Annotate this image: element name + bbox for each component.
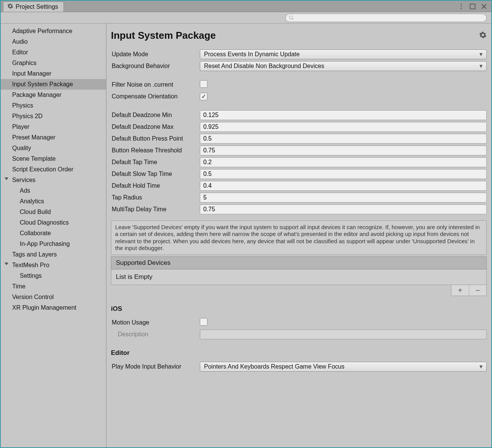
update-mode-label: Update Mode: [111, 51, 200, 58]
tap-radius-input[interactable]: [200, 193, 487, 203]
sidebar-item-ads[interactable]: Ads: [1, 185, 106, 196]
sidebar-item-label: Preset Manager: [12, 134, 55, 141]
minus-icon: −: [476, 286, 480, 295]
sidebar-item-label: Audio: [12, 38, 28, 45]
select-value: Pointers And Keyboards Respect Game View…: [204, 363, 345, 370]
sidebar-item-player[interactable]: Player: [1, 122, 106, 132]
deadzone-min-label: Default Deadzone Min: [111, 112, 200, 119]
sidebar-item-label: Cloud Diagnostics: [20, 219, 69, 226]
deadzone-min-input[interactable]: [200, 110, 487, 120]
deadzone-max-input[interactable]: [200, 122, 487, 132]
sidebar-item-textmesh-pro[interactable]: TextMesh Pro: [1, 260, 106, 271]
sidebar-item-scene-template[interactable]: Scene Template: [1, 154, 106, 164]
sidebar-item-cloud-diagnostics[interactable]: Cloud Diagnostics: [1, 217, 106, 228]
sidebar-item-label: Settings: [20, 272, 42, 279]
sidebar-item-label: Version Control: [12, 294, 54, 300]
sidebar-item-label: Player: [12, 123, 29, 130]
sidebar-item-package-manager[interactable]: Package Manager: [1, 90, 106, 100]
close-icon[interactable]: [481, 3, 487, 10]
supported-devices-body: List is Empty: [111, 269, 487, 285]
sidebar-item-label: Analytics: [20, 198, 44, 204]
svg-line-5: [292, 18, 294, 20]
search-field[interactable]: [285, 14, 487, 22]
sidebar-item-physics-2d[interactable]: Physics 2D: [1, 111, 106, 122]
sidebar-item-script-execution-order[interactable]: Script Execution Order: [1, 164, 106, 175]
sidebar-item-version-control[interactable]: Version Control: [1, 292, 106, 302]
button-release-threshold-label: Button Release Threshold: [111, 147, 200, 154]
supported-devices-list: Supported Devices List is Empty + −: [111, 256, 487, 296]
sidebar-item-input-manager[interactable]: Input Manager: [1, 68, 106, 79]
sidebar-item-label: Graphics: [12, 60, 36, 66]
sidebar-item-preset-manager[interactable]: Preset Manager: [1, 132, 106, 143]
play-mode-input-behavior-select[interactable]: Pointers And Keyboards Respect Game View…: [200, 362, 487, 372]
svg-rect-3: [470, 4, 475, 9]
motion-usage-checkbox[interactable]: [200, 318, 207, 326]
multitap-delay-label: MultiTap Delay Time: [111, 206, 200, 213]
sidebar-item-label: Input System Package: [12, 81, 73, 87]
sidebar-item-label: Tags and Layers: [12, 251, 57, 258]
motion-description-input[interactable]: [200, 329, 487, 339]
hold-time-input[interactable]: [200, 181, 487, 191]
svg-point-4: [290, 16, 293, 19]
button-release-threshold-input[interactable]: [200, 146, 487, 155]
sidebar-item-label: In-App Purchasing: [20, 241, 70, 247]
titlebar: Project Settings: [1, 1, 491, 12]
sidebar-item-in-app-purchasing[interactable]: In-App Purchasing: [1, 239, 106, 249]
sidebar-item-adaptive-performance[interactable]: Adaptive Performance: [1, 26, 106, 36]
kebab-icon[interactable]: [458, 3, 465, 10]
sidebar-item-settings[interactable]: Settings: [1, 271, 106, 281]
sidebar-item-tags-and-layers[interactable]: Tags and Layers: [1, 249, 106, 260]
list-add-button[interactable]: +: [451, 285, 469, 296]
sidebar-item-time[interactable]: Time: [1, 281, 106, 292]
sidebar-item-label: Collaborate: [20, 230, 51, 236]
sidebar-item-physics[interactable]: Physics: [1, 100, 106, 111]
sidebar-item-label: Physics 2D: [12, 113, 43, 119]
compensate-orientation-checkbox[interactable]: [200, 93, 207, 100]
sidebar-item-services[interactable]: Services: [1, 175, 106, 185]
sidebar-item-label: Adaptive Performance: [12, 28, 72, 34]
select-value: Process Events In Dynamic Update: [204, 51, 300, 58]
sidebar-item-editor[interactable]: Editor: [1, 47, 106, 58]
deadzone-max-label: Default Deadzone Max: [111, 123, 200, 130]
tap-radius-label: Tap Radius: [111, 194, 200, 201]
slow-tap-time-input[interactable]: [200, 169, 487, 179]
update-mode-select[interactable]: Process Events In Dynamic Update ▾: [200, 49, 487, 59]
slow-tap-time-label: Default Slow Tap Time: [111, 171, 200, 177]
search-input[interactable]: [294, 15, 483, 21]
supported-devices-info: Leave 'Supported Devices' empty if you w…: [111, 220, 487, 255]
play-mode-input-behavior-label: Play Mode Input Behavior: [111, 363, 200, 370]
chevron-down-icon: [5, 177, 8, 180]
settings-category-sidebar[interactable]: Adaptive PerformanceAudioEditorGraphicsI…: [1, 24, 106, 447]
sidebar-item-collaborate[interactable]: Collaborate: [1, 228, 106, 239]
sidebar-item-cloud-build[interactable]: Cloud Build: [1, 207, 106, 217]
background-behavior-select[interactable]: Reset And Disable Non Background Devices…: [200, 61, 487, 71]
svg-point-0: [460, 3, 462, 5]
tap-time-input[interactable]: [200, 157, 487, 167]
sidebar-item-audio[interactable]: Audio: [1, 36, 106, 47]
sidebar-item-graphics[interactable]: Graphics: [1, 58, 106, 68]
sidebar-item-analytics[interactable]: Analytics: [1, 196, 106, 207]
button-press-point-input[interactable]: [200, 134, 487, 144]
ios-section-title: iOS: [111, 305, 487, 313]
sidebar-item-quality[interactable]: Quality: [1, 143, 106, 154]
searchbar: [1, 12, 491, 24]
select-value: Reset And Disable Non Background Devices: [204, 63, 324, 70]
filter-noise-label: Filter Noise on .current: [111, 81, 200, 88]
gear-icon: [7, 3, 13, 11]
list-remove-button[interactable]: −: [469, 285, 486, 296]
chevron-down-icon: ▾: [479, 51, 483, 58]
sidebar-item-label: Ads: [20, 187, 30, 194]
chevron-down-icon: ▾: [479, 363, 483, 370]
supported-devices-header[interactable]: Supported Devices: [111, 256, 487, 269]
sidebar-item-xr-plugin-management[interactable]: XR Plugin Management: [1, 302, 106, 313]
sidebar-item-label: Cloud Build: [20, 209, 51, 215]
page-settings-gear-icon[interactable]: [479, 31, 487, 40]
filter-noise-checkbox[interactable]: [200, 80, 207, 88]
motion-usage-label: Motion Usage: [111, 319, 200, 326]
multitap-delay-input[interactable]: [200, 204, 487, 214]
project-settings-window: Project Settings Adaptive PerformanceAud…: [0, 0, 492, 448]
sidebar-item-label: Quality: [12, 145, 31, 151]
maximize-icon[interactable]: [469, 3, 476, 10]
tab-project-settings[interactable]: Project Settings: [3, 2, 64, 12]
sidebar-item-input-system-package[interactable]: Input System Package: [1, 79, 106, 90]
